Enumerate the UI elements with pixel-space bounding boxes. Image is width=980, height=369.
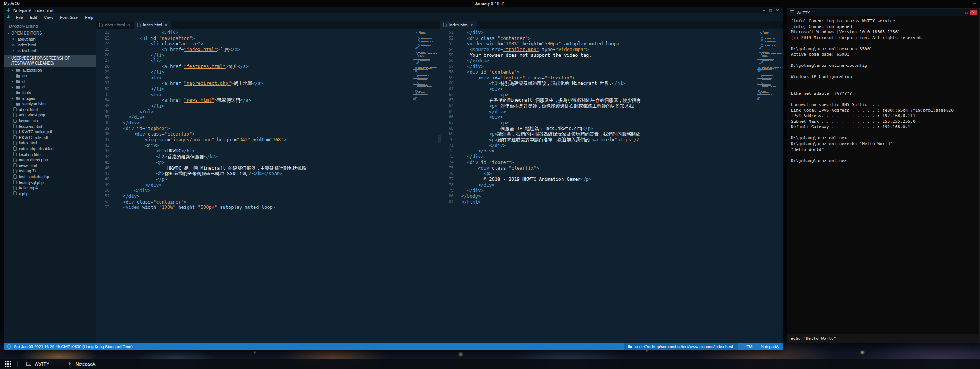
- line-number: 76: [440, 171, 454, 177]
- line-number: 51: [440, 30, 454, 36]
- line-number: 25: [96, 47, 110, 53]
- close-file-icon[interactable]: ✕: [12, 49, 15, 53]
- tree-file[interactable]: index.html: [4, 140, 96, 146]
- status-language[interactable]: HTML: [744, 344, 755, 349]
- open-editors-list: ✕about.html✕index.html✕index.html: [4, 36, 96, 53]
- line-number: 64: [440, 103, 454, 109]
- notepad-titlebar[interactable]: NotepadA - index.html – □ ✕: [4, 7, 783, 13]
- close-tab-icon[interactable]: ✕: [165, 23, 168, 27]
- code-line: 80</body>: [440, 194, 756, 199]
- notepada-logo-icon: [6, 8, 11, 13]
- code-line: 57 </div>: [440, 64, 756, 69]
- menu-item-help[interactable]: Help: [81, 15, 97, 20]
- open-editor-item[interactable]: ✕about.html: [4, 36, 96, 42]
- tree-file[interactable]: test_sockets.php: [4, 174, 96, 180]
- close-file-icon[interactable]: ✕: [12, 37, 15, 41]
- minimize-button[interactable]: –: [956, 10, 963, 15]
- minimize-button[interactable]: –: [760, 7, 767, 13]
- code-text: </div>: [110, 182, 162, 188]
- line-number: 45: [96, 160, 110, 165]
- code-editor-right[interactable]: 51 </div>52 <div class="container">53 <v…: [440, 29, 756, 343]
- code-line: 39 <div id="topbox">: [96, 126, 412, 132]
- open-editors-header[interactable]: ▾ OPEN EDITORS: [4, 30, 96, 36]
- file-name: mapredirect.php: [19, 157, 48, 162]
- code-text: </li>: [110, 53, 165, 58]
- menu-item-font-size[interactable]: Font Size: [56, 15, 81, 20]
- tree-file[interactable]: x.php: [4, 190, 96, 196]
- taskbar-item-wstty[interactable]: WsTTY: [21, 359, 54, 369]
- menu-item-file[interactable]: File: [13, 15, 26, 20]
- open-editor-item[interactable]: ✕index.html: [4, 42, 96, 48]
- taskbar-separator: [58, 361, 58, 367]
- tree-file[interactable]: index.php_disabled: [4, 146, 96, 152]
- pane-split-handle[interactable]: [438, 135, 441, 143]
- taskbar-item-notepada[interactable]: NotepadA: [62, 359, 100, 369]
- editor-tab-about.html[interactable]: about.html✕: [96, 21, 134, 29]
- wstty-titlebar[interactable]: WsTTY – □ ✕: [787, 9, 979, 16]
- terminal-output[interactable]: [info] Conencting to arozos WsTTY servic…: [787, 16, 979, 334]
- root-folder-header[interactable]: ▾ USER:/DESKTOP/SCREENSHOT /TEST/WWW CLE…: [4, 55, 96, 67]
- tree-file[interactable]: HKWTC rule.pdf: [4, 135, 96, 141]
- line-number: 27: [96, 58, 110, 64]
- tree-file[interactable]: teabag.7z: [4, 168, 96, 174]
- tree-file[interactable]: news.html: [4, 162, 96, 168]
- status-file-path[interactable]: user:/Desktop/screenshot/test/www cleane…: [624, 343, 738, 350]
- menu-item-view[interactable]: View: [41, 15, 57, 20]
- system-menu[interactable]: My ArOZ: [4, 1, 20, 6]
- tree-file[interactable]: features.html: [4, 123, 96, 129]
- folder-icon: [16, 96, 20, 100]
- tree-file[interactable]: HKWTC notice.pdf: [4, 129, 96, 135]
- line-number: 71: [440, 143, 454, 149]
- tree-file[interactable]: about.html: [4, 107, 96, 113]
- line-number: 43: [96, 148, 110, 154]
- line-number: 48: [96, 177, 110, 182]
- maximize-button[interactable]: □: [767, 7, 774, 13]
- close-file-icon[interactable]: ✕: [12, 43, 15, 47]
- minimap-left[interactable]: [412, 29, 440, 121]
- maximize-button[interactable]: □: [963, 10, 970, 15]
- file-name: about.html: [19, 107, 38, 112]
- close-tab-icon[interactable]: ✕: [127, 23, 130, 27]
- folder-icon: [16, 85, 20, 89]
- code-text: Your browser does not support the video …: [454, 53, 592, 58]
- tree-folder[interactable]: ▸fonts: [4, 90, 96, 96]
- tree-folder[interactable]: ▸autostation: [4, 67, 96, 73]
- tree-folder[interactable]: ▸yamlyamlvim: [4, 101, 96, 107]
- close-button[interactable]: ✕: [774, 7, 781, 13]
- tree-folder[interactable]: ▸dl: [4, 84, 96, 90]
- tree-file[interactable]: favicon.ico: [4, 118, 96, 124]
- start-menu-button[interactable]: [2, 359, 14, 369]
- code-editor-left[interactable]: 22 </div>23 <ul id="navigation">24 <li c…: [96, 29, 412, 343]
- minimap-right[interactable]: [756, 29, 783, 121]
- open-editor-item[interactable]: ✕index.html: [4, 48, 96, 53]
- tree-file[interactable]: trailer.mp4: [4, 185, 96, 191]
- code-line: 51 </div>: [440, 30, 756, 36]
- tree-file[interactable]: mapredirect.php: [4, 157, 96, 163]
- menu-bar: FileEditViewFont SizeHelp: [4, 13, 783, 21]
- tree-folder[interactable]: ▸images: [4, 95, 96, 101]
- line-number: 55: [440, 53, 454, 58]
- menu-item-edit[interactable]: Edit: [26, 15, 41, 20]
- tree-file[interactable]: add_vhost.php: [4, 112, 96, 118]
- code-text: </video>: [454, 58, 489, 64]
- hamburger-menu-icon[interactable]: ☰: [972, 1, 976, 6]
- editor-tab-index.html[interactable]: index.html✕: [134, 21, 171, 29]
- line-number: 50: [96, 188, 110, 194]
- tree-folder[interactable]: ▸dc: [4, 79, 96, 84]
- close-button[interactable]: ✕: [970, 10, 977, 15]
- code-text: </div>: [110, 188, 151, 194]
- tree-file[interactable]: location.html: [4, 151, 96, 157]
- terminal-input[interactable]: echo "Hello World": [787, 334, 979, 343]
- line-number: 38: [96, 120, 110, 126]
- editor-tab-index.html[interactable]: index.html✕: [440, 21, 478, 29]
- editor-pane-right: index.html✕ 51 </div>52 <div class="cont…: [440, 21, 783, 343]
- line-number: 44: [96, 154, 110, 160]
- code-line: 79 </div>: [440, 188, 756, 194]
- code-line: 51 </div>: [96, 194, 412, 199]
- code-line: 74 <div id="footer">: [440, 160, 756, 165]
- close-tab-icon[interactable]: ✕: [471, 23, 474, 27]
- clock-icon: [7, 344, 11, 349]
- tree-file[interactable]: testmysql.php: [4, 179, 96, 185]
- tree-folder[interactable]: ▸css: [4, 73, 96, 79]
- tab-label: index.html: [143, 23, 162, 27]
